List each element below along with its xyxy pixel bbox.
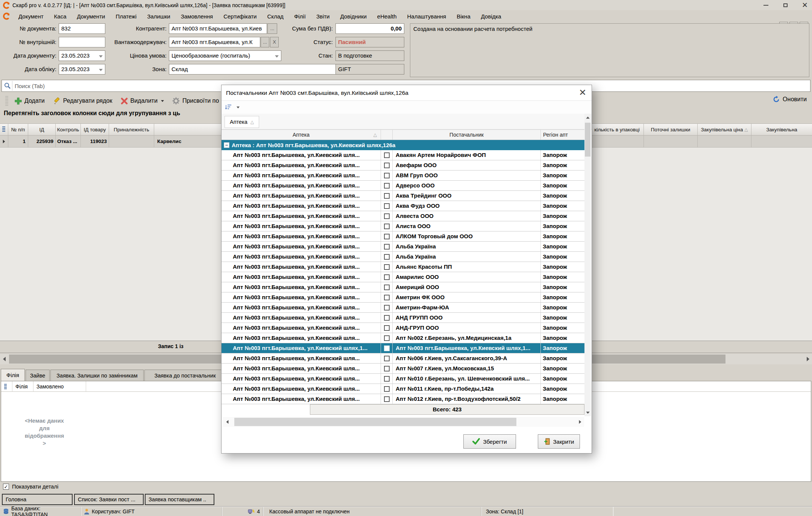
internal-number-field[interactable] — [59, 37, 105, 47]
supplier-row[interactable]: Апт №003 пгт.Барышевка, ул.Киевский шля.… — [222, 150, 586, 160]
delete-button[interactable]: Видалити — [121, 97, 164, 105]
supplier-checkbox[interactable] — [381, 150, 393, 160]
subgrid-column-ordered[interactable]: Замовлено — [33, 381, 86, 391]
checkbox-unchecked-icon[interactable] — [384, 335, 390, 341]
checkbox-unchecked-icon[interactable] — [384, 213, 390, 219]
checkbox-unchecked-icon[interactable] — [384, 305, 390, 311]
checkbox-unchecked-icon[interactable] — [384, 173, 390, 178]
supplier-row[interactable]: Апт №003 пгт.Барышевка, ул.Киевский шля.… — [222, 211, 586, 221]
supplier-row[interactable]: Апт №003 пгт.Барышевка, ул.Киевский шля.… — [222, 303, 586, 313]
checkbox-unchecked-icon[interactable] — [384, 325, 390, 331]
menu-item[interactable]: Каса — [49, 12, 72, 21]
checkbox-unchecked-icon[interactable] — [384, 224, 390, 229]
chevron-down-icon[interactable] — [99, 69, 103, 71]
group-row[interactable]: − Аптека : Апт №003 пгт.Барышевка, ул.Ки… — [222, 140, 586, 150]
checkbox-unchecked-icon[interactable] — [384, 285, 390, 290]
supplier-checkbox[interactable] — [381, 303, 393, 312]
show-details-toggle[interactable]: ✓ Показувати деталі — [3, 484, 58, 490]
checkbox-unchecked-icon[interactable] — [384, 295, 390, 300]
tab-filia[interactable]: Філія — [1, 369, 25, 381]
supplier-row[interactable]: Апт №003 пгт.Барышевка, ул.Киевский шля.… — [222, 221, 586, 231]
checkbox-checked-icon[interactable]: ✓ — [3, 484, 9, 490]
menu-item[interactable]: Вікна — [451, 12, 476, 21]
scrollbar-thumb[interactable] — [234, 418, 516, 426]
menu-item[interactable]: Сертифікати — [218, 12, 262, 21]
supplier-checkbox[interactable] — [381, 272, 393, 282]
menu-item[interactable]: Довідники — [335, 12, 372, 21]
supplier-row[interactable]: Апт №003 пгт.Барышевка, ул.Киевский шля.… — [222, 160, 586, 170]
toolbar-grip[interactable] — [5, 96, 8, 106]
menu-item[interactable]: eHealth — [372, 12, 402, 21]
minimize-button[interactable] — [762, 2, 770, 9]
menu-item[interactable]: Залишки — [142, 12, 176, 21]
supplier-row[interactable]: Апт №003 пгт.Барышевка, ул.Киевский шля.… — [222, 201, 586, 211]
account-date-field[interactable]: 23.05.2023 — [59, 64, 105, 75]
contragent-more-button[interactable]: ... — [267, 23, 277, 34]
sort-settings-icon[interactable] — [225, 104, 233, 111]
supplier-checkbox[interactable] — [381, 170, 393, 180]
supplier-checkbox[interactable] — [381, 282, 393, 292]
checkbox-unchecked-icon[interactable] — [384, 315, 390, 321]
checkbox-unchecked-icon[interactable] — [384, 264, 390, 270]
doc-number-field[interactable]: 832 — [59, 23, 105, 34]
menu-item[interactable]: Документи — [71, 12, 110, 21]
column-header-purchase-price[interactable]: Закупівельна ціна △ — [698, 124, 751, 135]
column-header-product-id[interactable]: ІД товару — [81, 124, 109, 135]
checkbox-unchecked-icon[interactable] — [384, 244, 390, 250]
supplier-row[interactable]: Апт №003 пгт.Барышевка, ул.Киевский шля.… — [222, 170, 586, 181]
supplier-row[interactable]: Апт №003 пгт.Барышевка, ул.Киевский шлях… — [222, 343, 586, 353]
checkbox-unchecked-icon[interactable] — [384, 386, 390, 392]
menu-item[interactable]: Налаштування — [402, 12, 452, 21]
supplier-checkbox[interactable] — [381, 262, 393, 272]
supplier-checkbox[interactable] — [381, 201, 393, 211]
chevron-down-icon[interactable] — [275, 55, 279, 58]
supplier-row[interactable]: Апт №003 пгт.Барышевка, ул.Киевский шля.… — [222, 272, 586, 282]
menu-item[interactable]: Філії — [289, 12, 311, 21]
supplier-row[interactable]: Апт №003 пгт.Барышевка, ул.Киевский шля.… — [222, 333, 586, 343]
checkbox-unchecked-icon[interactable] — [384, 234, 390, 239]
dialog-close-icon[interactable]: ✕ — [579, 87, 586, 98]
supplier-checkbox[interactable] — [381, 242, 393, 251]
supplier-checkbox[interactable] — [381, 292, 393, 302]
supplier-checkbox[interactable] — [381, 343, 393, 353]
supplier-checkbox[interactable] — [381, 364, 393, 373]
supplier-row[interactable]: Апт №003 пгт.Барышевка, ул.Киевский шля.… — [222, 262, 586, 272]
column-header-control[interactable]: Контроль — [56, 124, 81, 135]
dialog-horizontal-scrollbar[interactable] — [223, 417, 584, 427]
column-header-num[interactable]: № п/п — [8, 124, 28, 135]
assign-button[interactable]: Присвоїти по — [172, 97, 219, 105]
scroll-up-icon[interactable] — [584, 114, 591, 121]
checkbox-unchecked-icon[interactable] — [384, 183, 390, 189]
subgrid-column-filia[interactable]: Філія — [12, 381, 33, 391]
refresh-button[interactable]: Оновити — [773, 96, 807, 103]
add-button[interactable]: Додати — [14, 97, 45, 105]
column-header-qty-in-pack[interactable]: кількість в упаковці — [590, 124, 644, 135]
supplier-row[interactable]: Апт №003 пгт.Барышевка, ул.Киевский шля.… — [222, 353, 586, 364]
supplier-row[interactable]: Апт №003 пгт.Барышевка, ул.Киевский шля.… — [222, 231, 586, 242]
consignee-more-button[interactable]: ... — [261, 37, 269, 47]
checkbox-unchecked-icon[interactable] — [384, 274, 390, 280]
supplier-row[interactable]: Апт №003 пгт.Барышевка, ул.Киевский шля.… — [222, 191, 586, 201]
menu-item[interactable]: Замовлення — [176, 12, 218, 21]
supplier-checkbox[interactable] — [381, 231, 393, 241]
supplier-row[interactable]: Апт №003 пгт.Барышевка, ул.Киевский шля.… — [222, 394, 586, 404]
dialog-column-pharmacy[interactable]: Аптека △ — [222, 130, 381, 140]
supplier-row[interactable]: Апт №003 пгт.Барышевка, ул.Киевский шля.… — [222, 181, 586, 191]
menu-item[interactable]: Звіти — [311, 12, 335, 21]
dialog-column-checkbox[interactable] — [381, 130, 393, 140]
chevron-down-icon[interactable] — [99, 55, 103, 58]
supplier-row[interactable]: Апт №003 пгт.Барышевка, ул.Киевский шля.… — [222, 282, 586, 292]
checkbox-unchecked-icon[interactable] — [384, 396, 390, 402]
edit-row-button[interactable]: Редагувати рядок — [53, 97, 112, 105]
supplier-checkbox[interactable] — [381, 191, 393, 201]
supplier-row[interactable]: Апт №003 пгт.Барышевка, ул.Киевский шля.… — [222, 374, 586, 384]
supplier-checkbox[interactable] — [381, 313, 393, 323]
dialog-column-supplier[interactable]: Постачальник — [393, 130, 541, 140]
menu-item[interactable]: Склад — [262, 12, 288, 21]
checkbox-unchecked-icon[interactable] — [384, 254, 390, 260]
window-tab-list[interactable]: Список: Заявки пост ... — [74, 494, 144, 505]
column-header-belonging[interactable]: Приналежність — [109, 124, 154, 135]
checkbox-unchecked-icon[interactable] — [384, 203, 390, 209]
column-header-current-stock[interactable]: Поточні залишки — [644, 124, 698, 135]
dialog-vertical-scrollbar[interactable] — [584, 114, 591, 416]
